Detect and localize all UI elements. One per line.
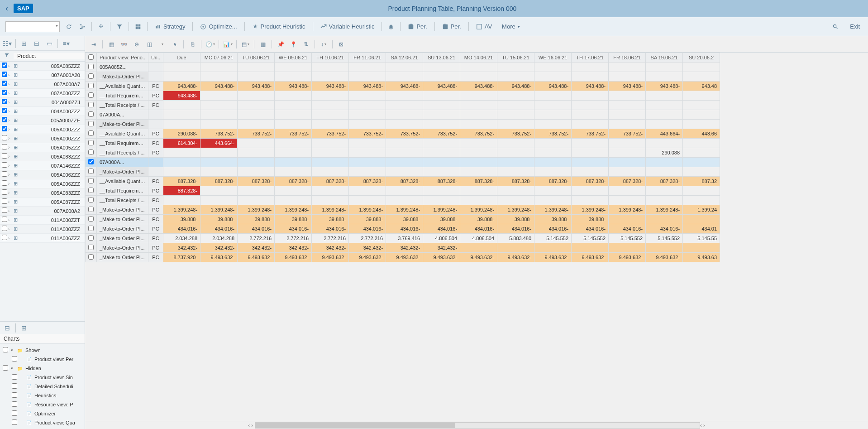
table-cell[interactable] [460, 63, 497, 72]
table-cell[interactable] [386, 196, 423, 205]
table-cell[interactable] [200, 91, 238, 101]
table-cell[interactable] [275, 63, 312, 72]
table-cell[interactable]: 733.752- [423, 129, 460, 139]
table-cell[interactable]: 887.32 [683, 177, 720, 186]
sidebar-product-row[interactable]: › ⊞ 005A005ZZZ [0, 143, 85, 152]
table-row[interactable]: _Make-to-Order Pl... PC1.399.248-1.399.2… [86, 205, 720, 215]
table-cell[interactable]: 887.328- [200, 177, 238, 186]
table-cell[interactable] [423, 186, 460, 196]
table-row[interactable]: __Total Requireme... PC614.304-443.664- [86, 139, 720, 148]
table-header[interactable]: MO 07.06.21 [200, 53, 238, 63]
ct-dd1[interactable] [157, 39, 167, 49]
sidebar-product-row[interactable]: › ⊞ 004A000ZZJ [0, 98, 85, 107]
table-cell[interactable]: 39.888- [275, 215, 312, 224]
table-cell[interactable] [349, 110, 386, 120]
table-cell[interactable] [460, 139, 497, 148]
ct-download-icon[interactable]: ↓ [319, 39, 329, 49]
chart-checkbox[interactable] [12, 401, 17, 407]
table-cell[interactable] [683, 63, 720, 72]
table-cell[interactable] [275, 158, 312, 167]
per2-button[interactable]: Per. [439, 21, 464, 32]
table-cell[interactable]: 2.772.216 [275, 234, 312, 243]
table-cell[interactable] [683, 186, 720, 196]
sb-tree-icon[interactable]: ⊞ [19, 323, 29, 333]
table-cell[interactable] [312, 148, 349, 158]
table-cell[interactable]: 5.145.55 [683, 234, 720, 243]
expand-icon[interactable]: › [8, 136, 14, 141]
ct-up-icon[interactable]: ∧ [170, 39, 180, 49]
table-cell[interactable]: 39.888- [200, 215, 238, 224]
table-cell[interactable] [349, 120, 386, 129]
ct-cols-icon[interactable]: ▥ [258, 39, 268, 49]
table-cell[interactable] [460, 148, 497, 158]
row-checkbox[interactable] [88, 254, 94, 260]
table-cell[interactable]: 9.493.632- [349, 253, 386, 262]
table-cell[interactable]: 2.034.288 [200, 234, 238, 243]
table-cell[interactable]: 9.493.632- [275, 253, 312, 262]
table-cell[interactable]: 943.488- [646, 82, 683, 91]
table-cell[interactable] [200, 101, 238, 110]
table-cell[interactable] [460, 243, 497, 253]
row-checkbox[interactable] [88, 73, 94, 79]
product-checkbox[interactable] [2, 144, 7, 149]
table-header[interactable]: FR 11.06.21 [349, 53, 386, 63]
table-cell[interactable] [572, 101, 609, 110]
table-cell[interactable]: 2.772.216 [238, 234, 275, 243]
table-cell[interactable]: 1.399.248- [275, 205, 312, 215]
table-cell[interactable] [386, 167, 423, 177]
table-cell[interactable]: 887.328- [497, 177, 534, 186]
table-header[interactable]: WE 16.06.21 [534, 53, 572, 63]
expand-icon[interactable]: › [8, 227, 14, 231]
table-cell[interactable]: 887.328- [238, 177, 275, 186]
table-cell[interactable]: 1.399.248- [534, 205, 572, 215]
select-all-checkbox[interactable] [88, 54, 94, 60]
table-cell[interactable]: 1.399.248- [349, 205, 386, 215]
chart-checkbox[interactable] [12, 410, 17, 416]
table-cell[interactable]: 1.399.248- [646, 205, 683, 215]
product-checkbox[interactable] [2, 135, 7, 140]
table-row[interactable]: _Make-to-Order Pl... PC434.016-434.016-4… [86, 224, 720, 234]
table-cell[interactable] [163, 72, 200, 82]
table-cell[interactable]: 342.432- [200, 243, 238, 253]
sidebar-product-row[interactable]: › ⊞ 007A146ZZZ [0, 161, 85, 170]
table-cell[interactable]: 1.399.248- [497, 205, 534, 215]
table-cell[interactable]: 5.145.552 [646, 234, 683, 243]
table-cell[interactable] [423, 148, 460, 158]
ct-pin-icon[interactable]: 📌 [276, 39, 286, 49]
ct-clock-icon[interactable]: 🕐 [205, 39, 215, 49]
table-cell[interactable] [312, 63, 349, 72]
table-cell[interactable] [275, 101, 312, 110]
table-cell[interactable]: 733.752- [312, 129, 349, 139]
sidebar-product-row[interactable]: › ⊞ 005A006ZZZ [0, 170, 85, 179]
table-cell[interactable]: 3.769.416 [386, 234, 423, 243]
expand-icon[interactable]: › [8, 163, 14, 168]
table-cell[interactable]: 342.432- [312, 243, 349, 253]
table-cell[interactable] [200, 148, 238, 158]
ct-box-icon[interactable]: ◫ [144, 39, 154, 49]
table-cell[interactable]: 733.752- [349, 129, 386, 139]
table-cell[interactable]: 614.304- [163, 139, 200, 148]
table-cell[interactable] [497, 139, 534, 148]
table-cell[interactable] [423, 91, 460, 101]
table-cell[interactable] [312, 186, 349, 196]
expand-icon[interactable]: › [8, 236, 14, 241]
row-checkbox[interactable] [88, 149, 94, 155]
table-cell[interactable] [497, 72, 534, 82]
table-cell[interactable]: 733.752- [238, 129, 275, 139]
table-cell[interactable] [200, 158, 238, 167]
sb-icon1[interactable]: ⊞ [19, 39, 29, 48]
table-cell[interactable] [609, 167, 646, 177]
table-cell[interactable] [646, 101, 683, 110]
ct-layout-icon[interactable]: ▤ [240, 39, 250, 49]
table-row[interactable]: _Make-to-Order Pl... [86, 167, 720, 177]
table-cell[interactable] [609, 63, 646, 72]
table-cell[interactable] [423, 158, 460, 167]
expand-icon[interactable]: › [8, 63, 14, 68]
sidebar-product-row[interactable]: › ⊞ 011A006ZZZ [0, 234, 85, 243]
chart-checkbox[interactable] [3, 347, 8, 352]
table-cell[interactable] [572, 158, 609, 167]
table-cell[interactable]: 39.888- [238, 215, 275, 224]
table-cell[interactable]: 39.888- [572, 215, 609, 224]
table-header[interactable]: Due [163, 53, 200, 63]
table-row[interactable]: _Make-to-Order Pl... PC2.034.2882.034.28… [86, 234, 720, 243]
